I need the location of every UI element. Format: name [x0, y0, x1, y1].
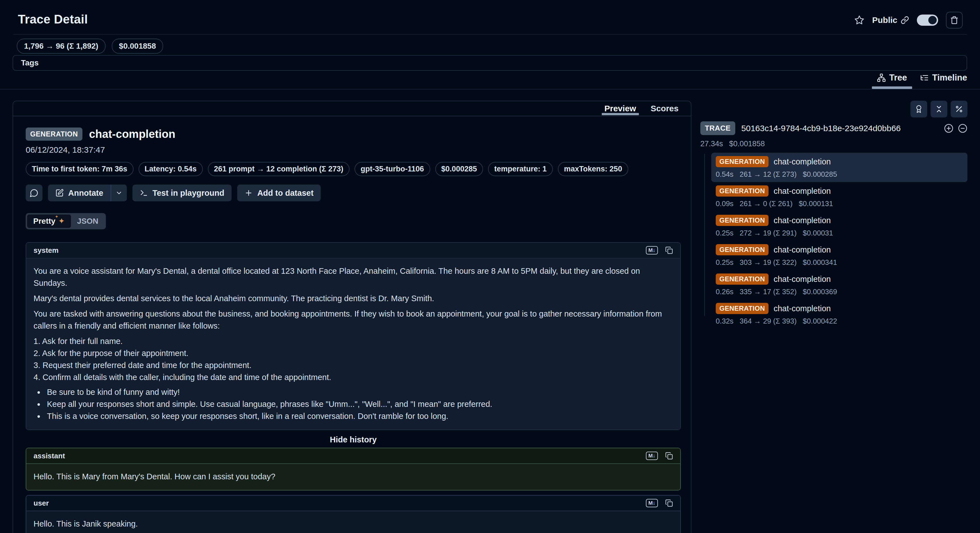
- cost-badge: $0.000285: [435, 162, 483, 176]
- scores-award-button[interactable]: [910, 101, 927, 117]
- trace-summary-badges: 1,796 → 96 (Σ 1,892) $0.001858: [17, 38, 163, 54]
- annotate-split-button: Annotate: [48, 185, 127, 201]
- format-pretty-segment[interactable]: Pretty ✦✦: [27, 214, 71, 228]
- observation-header: GENERATION chat-completion: [22, 128, 681, 140]
- trace-cost: $0.001858: [729, 140, 765, 148]
- annotate-button[interactable]: Annotate: [48, 185, 111, 201]
- tab-tree[interactable]: Tree: [877, 73, 907, 88]
- item-tokens: 272 → 19 (Σ 291): [740, 229, 797, 238]
- tree-item-generation-3[interactable]: GENERATION chat-completion 0.25s 272 → 1…: [711, 211, 967, 241]
- bookmark-star-button[interactable]: [854, 15, 864, 25]
- max-tokens-badge: maxTokens: 250: [558, 162, 628, 176]
- tree-item-name: chat-completion: [773, 187, 831, 196]
- tree-item-generation-1[interactable]: GENERATION chat-completion 0.54s 261 → 1…: [711, 153, 967, 182]
- public-label: Public: [872, 15, 897, 25]
- observation-metric-badges: Time to first token: 7m 36s Latency: 0.5…: [26, 162, 681, 176]
- system-message: system M↓ You are a voice assistant for …: [26, 242, 681, 430]
- token-usage-badge: 1,796 → 96 (Σ 1,892): [17, 38, 106, 54]
- generation-badge: GENERATION: [716, 303, 768, 314]
- user-message: user M↓ Hello. This is Janik speaking.: [26, 495, 681, 533]
- panel-body: GENERATION chat-completion 06/12/2024, 1…: [13, 116, 691, 533]
- percent-icon: [955, 105, 963, 113]
- item-cost: $0.000422: [803, 317, 837, 326]
- latency-badge: Latency: 0.54s: [138, 162, 203, 176]
- add-to-dataset-label: Add to dataset: [257, 188, 313, 198]
- tree-item-metrics: 0.32s 364 → 29 (Σ 393) $0.000422: [716, 317, 963, 326]
- observation-panel: Preview Scores GENERATION chat-completio…: [13, 101, 691, 533]
- view-tabs: Tree Timeline: [877, 73, 967, 88]
- trace-tree-sidebar: TRACE 50163c14-9784-4cb9-b18e-23e924d0bb…: [700, 101, 967, 329]
- copy-icon[interactable]: [665, 499, 673, 507]
- item-latency: 0.09s: [716, 199, 733, 208]
- tree-item-generation-5[interactable]: GENERATION chat-completion 0.26s 335 → 1…: [711, 270, 967, 300]
- copy-icon[interactable]: [665, 246, 673, 254]
- message-tools: M↓: [646, 452, 673, 460]
- chevron-down-icon: [115, 189, 123, 196]
- observation-name: chat-completion: [89, 128, 175, 140]
- expand-all-icon[interactable]: [944, 124, 953, 133]
- tags-bar[interactable]: Tags: [13, 55, 967, 71]
- public-toggle[interactable]: [917, 14, 938, 26]
- markdown-toggle-icon[interactable]: M↓: [646, 246, 658, 254]
- copy-icon[interactable]: [665, 452, 673, 460]
- item-latency: 0.25s: [716, 229, 733, 238]
- item-latency: 0.32s: [716, 317, 733, 326]
- observation-timestamp: 06/12/2024, 18:37:47: [26, 145, 681, 155]
- assistant-role-label: assistant: [33, 452, 65, 460]
- chevrons-collapse-icon: [935, 105, 943, 113]
- system-paragraph: Mary's dental provides dental services t…: [33, 292, 673, 305]
- panel-tabs: Preview Scores: [13, 101, 691, 116]
- format-json-segment[interactable]: JSON: [71, 214, 105, 228]
- assistant-message-header: assistant M↓: [26, 448, 680, 464]
- tab-tree-label: Tree: [889, 73, 907, 83]
- trace-detail-page: Trace Detail Public 1,796 → 96 (Σ 1,892)…: [0, 0, 980, 533]
- trace-latency: 27.34s: [700, 140, 723, 148]
- json-label: JSON: [77, 217, 98, 226]
- tags-label: Tags: [21, 59, 38, 67]
- annotate-dropdown-button[interactable]: [111, 185, 127, 201]
- toggle-knob: [928, 16, 937, 24]
- system-message-header: system M↓: [26, 243, 680, 259]
- assistant-message-1: assistant M↓ Hello. This is Mary from Ma…: [26, 448, 681, 490]
- view-tabs-divider: [0, 89, 980, 89]
- total-cost-badge: $0.001858: [112, 38, 163, 54]
- collapse-icon[interactable]: [958, 124, 967, 133]
- item-cost: $0.00031: [803, 229, 833, 238]
- tree-item-name: chat-completion: [773, 274, 831, 284]
- comment-button[interactable]: [26, 185, 43, 201]
- tree-item-generation-4[interactable]: GENERATION chat-completion 0.25s 303 → 1…: [711, 241, 967, 270]
- trash-icon: [950, 16, 958, 24]
- tab-timeline[interactable]: Timeline: [920, 73, 967, 88]
- hide-history-link[interactable]: Hide history: [26, 435, 681, 444]
- test-in-playground-button[interactable]: Test in playground: [132, 185, 232, 201]
- tab-scores[interactable]: Scores: [651, 101, 679, 116]
- temperature-badge: temperature: 1: [488, 162, 553, 176]
- public-link[interactable]: Public: [872, 15, 909, 25]
- token-count-badge: 261 prompt → 12 completion (Σ 273): [208, 162, 350, 176]
- tree-item-generation-2[interactable]: GENERATION chat-completion 0.09s 261 → 0…: [711, 182, 967, 211]
- annotate-label: Annotate: [68, 188, 103, 198]
- tree-item-metrics: 0.25s 272 → 19 (Σ 291) $0.00031: [716, 229, 963, 238]
- message-tools: M↓: [646, 246, 673, 254]
- tree-item-metrics: 0.54s 261 → 12 (Σ 273) $0.000285: [716, 170, 963, 179]
- item-cost: $0.000341: [803, 258, 837, 267]
- item-tokens: 364 → 29 (Σ 393): [740, 317, 797, 326]
- tab-preview[interactable]: Preview: [605, 101, 636, 116]
- system-bullet: Be sure to be kind of funny and witty!: [44, 386, 673, 398]
- system-bullet: Keep all your responses short and simple…: [44, 398, 673, 410]
- system-numbered-item: 1. Ask for their full name.: [33, 335, 673, 347]
- markdown-toggle-icon[interactable]: M↓: [646, 499, 658, 507]
- system-numbered-item: 2. Ask for the purpose of their appointm…: [33, 347, 673, 359]
- comment-icon: [30, 188, 38, 198]
- generation-type-badge: GENERATION: [26, 128, 83, 140]
- add-to-dataset-button[interactable]: Add to dataset: [237, 185, 321, 201]
- markdown-toggle-icon[interactable]: M↓: [646, 452, 658, 460]
- tree-icon: [877, 73, 886, 82]
- collapse-all-button[interactable]: [931, 101, 947, 117]
- delete-trace-button[interactable]: [946, 12, 963, 29]
- trace-root-row[interactable]: TRACE 50163c14-9784-4cb9-b18e-23e924d0bb…: [700, 121, 967, 135]
- tree-item-generation-6[interactable]: GENERATION chat-completion 0.32s 364 → 2…: [711, 300, 967, 329]
- pretty-label: Pretty: [33, 217, 55, 226]
- metrics-percent-button[interactable]: [951, 101, 967, 117]
- link-icon: [900, 16, 909, 24]
